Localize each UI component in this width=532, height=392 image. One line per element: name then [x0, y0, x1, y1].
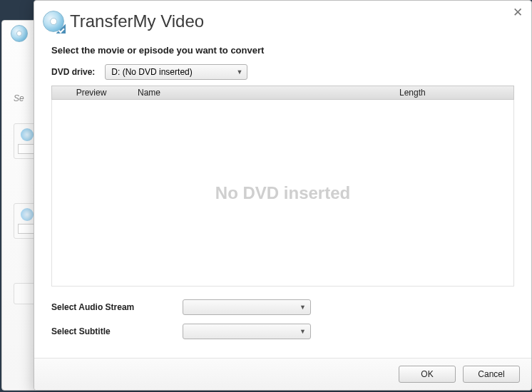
app-logo-icon: [11, 25, 28, 42]
close-icon[interactable]: ✕: [510, 5, 526, 21]
dvd-drive-select[interactable]: D: (No DVD inserted) ▼: [105, 64, 247, 80]
table-body: No DVD inserted: [51, 100, 514, 287]
bg-sel-label: Se: [14, 93, 24, 103]
dvd-drive-value: D: (No DVD inserted): [111, 67, 192, 77]
audio-stream-label: Select Audio Stream: [51, 302, 165, 312]
drive-row: DVD drive: D: (No DVD inserted) ▼: [51, 64, 514, 80]
app-logo-icon: [43, 11, 64, 32]
instruction-text: Select the movie or episode you want to …: [51, 45, 514, 56]
subtitle-select[interactable]: ▼: [183, 324, 311, 339]
app-title: TransferMy Video: [70, 11, 204, 31]
col-length[interactable]: Length: [392, 88, 513, 98]
stream-selectors: Select Audio Stream ▼ Select Subtitle ▼: [51, 287, 514, 352]
titlebar: TransferMy Video ✕: [34, 1, 531, 42]
col-name[interactable]: Name: [131, 88, 392, 98]
dialog-footer: OK Cancel: [34, 358, 531, 390]
chevron-down-icon: ▼: [300, 328, 306, 335]
content-area: Select the movie or episode you want to …: [34, 42, 531, 358]
col-preview[interactable]: Preview: [52, 88, 131, 98]
subtitle-label: Select Subtitle: [51, 326, 165, 336]
empty-message: No DVD inserted: [215, 183, 350, 203]
chevron-down-icon: ▼: [300, 304, 306, 311]
cancel-button[interactable]: Cancel: [463, 366, 520, 383]
audio-stream-select[interactable]: ▼: [183, 299, 311, 315]
transfer-dialog: TransferMy Video ✕ Select the movie or e…: [34, 0, 532, 391]
ok-button[interactable]: OK: [399, 366, 456, 383]
table-header: Preview Name Length: [51, 86, 514, 100]
chevron-down-icon: ▼: [236, 68, 242, 76]
drive-label: DVD drive:: [51, 67, 95, 77]
